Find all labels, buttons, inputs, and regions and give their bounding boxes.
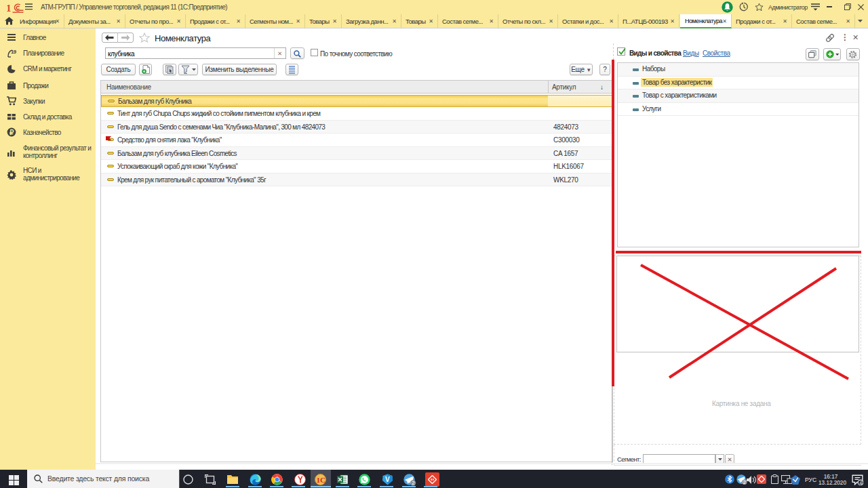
svg-text:1: 1 bbox=[6, 3, 12, 14]
svg-text:2: 2 bbox=[743, 480, 746, 485]
svg-text:1С: 1С bbox=[317, 476, 326, 484]
svg-text:V: V bbox=[385, 476, 390, 483]
svg-text:2: 2 bbox=[412, 480, 414, 486]
svg-text:4: 4 bbox=[859, 480, 862, 485]
svg-text:19: 19 bbox=[11, 49, 16, 55]
